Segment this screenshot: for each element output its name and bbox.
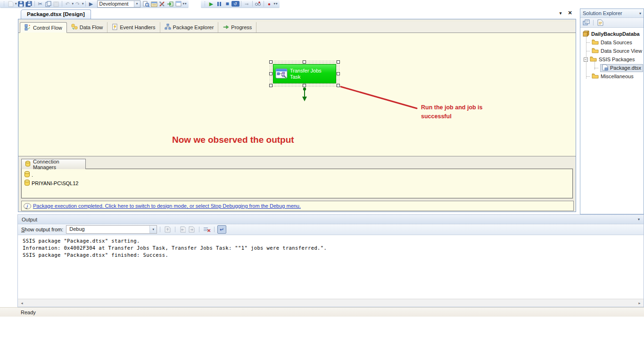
connection-managers-tab[interactable]: Connection Managers — [21, 159, 86, 169]
tree-item-ssis-packages[interactable]: − SSIS Packages — [580, 55, 644, 64]
stop-debugging-icon[interactable]: ■ — [223, 0, 231, 8]
precedence-constraint-arrow[interactable] — [301, 87, 308, 102]
show-next-statement-icon[interactable]: ➟ — [243, 0, 251, 8]
dtsx-file-icon — [602, 64, 608, 72]
panel-menu-dropdown-icon[interactable]: ▾ — [639, 11, 641, 16]
tab-control-flow[interactable]: Control Flow — [20, 22, 67, 33]
pause-icon[interactable] — [215, 0, 223, 8]
panel-menu-dropdown-icon[interactable]: ▾ — [638, 217, 640, 221]
new-item-icon[interactable] — [7, 0, 15, 8]
resize-handle[interactable] — [269, 84, 272, 87]
output-log[interactable]: SSIS package "Package.dtsx" starting. In… — [18, 235, 644, 299]
debug-toolbar: ▶ ■ ↺ ➟ ● ▾ ▾ — [201, 0, 280, 8]
tab-progress[interactable]: Progress — [218, 22, 256, 33]
debug-info-bar: i Package execution completed. Click her… — [21, 201, 574, 211]
tab-event-handlers[interactable]: Event Handlers — [107, 22, 160, 33]
scroll-left-icon[interactable]: ◄ — [18, 299, 26, 307]
resize-handle[interactable] — [337, 60, 340, 64]
redo-dropdown-icon[interactable]: ▾ — [82, 2, 84, 6]
find-message-icon[interactable] — [163, 225, 172, 234]
watch-icon[interactable] — [254, 0, 262, 8]
tree-item-data-sources[interactable]: Data Sources — [580, 38, 644, 47]
resize-handle[interactable] — [303, 84, 306, 87]
next-message-icon[interactable] — [187, 225, 196, 234]
toolbar-separator — [264, 1, 264, 7]
tree-guide-line — [586, 34, 586, 79]
output-title: Output — [22, 217, 37, 222]
transfer-jobs-task[interactable]: Transfer Jobs Task — [273, 64, 336, 83]
continue-icon[interactable]: ▶ — [207, 0, 215, 8]
output-header[interactable]: Output ▾ — [18, 215, 644, 224]
toolbar-separator — [199, 227, 199, 232]
breakpoints-dropdown-icon[interactable]: ▾ — [274, 2, 276, 6]
connection-name: . — [32, 172, 33, 178]
resize-handle[interactable] — [337, 72, 340, 75]
folder-icon — [592, 48, 599, 54]
toolbar-overflow-icon[interactable]: ▾ — [276, 2, 278, 6]
toggle-word-wrap-icon[interactable]: ↵ — [217, 225, 226, 234]
scroll-right-icon[interactable]: ► — [636, 299, 644, 307]
breakpoints-icon[interactable]: ● — [265, 0, 273, 8]
tab-label: Progress — [231, 24, 252, 30]
tab-label: Data Flow — [80, 24, 103, 30]
active-files-dropdown-icon[interactable]: ▾ — [557, 11, 564, 16]
copy-icon[interactable] — [44, 0, 52, 8]
tree-item-project[interactable]: DailyBackupDataba — [580, 30, 644, 38]
paste-icon[interactable] — [52, 0, 60, 8]
undo-icon[interactable]: ↶ — [64, 0, 72, 8]
start-without-debugging-icon[interactable] — [166, 0, 174, 8]
properties-window-icon[interactable] — [150, 0, 158, 8]
output-line: SSIS package "Package.dtsx" starting. — [23, 237, 644, 245]
resize-handle[interactable] — [303, 60, 306, 64]
resize-handle[interactable] — [269, 72, 272, 75]
transfer-jobs-task-icon — [275, 68, 288, 80]
connection-manager-item[interactable]: PRIYANI-PC\SQL12 — [24, 179, 570, 188]
save-icon[interactable] — [17, 0, 25, 8]
properties-icon[interactable] — [582, 19, 590, 26]
toolbar-separator — [252, 1, 253, 7]
output-source-combobox[interactable]: Debug ▾ — [66, 225, 157, 234]
document-tab[interactable]: Package.dtsx [Design] — [21, 9, 91, 19]
redo-icon[interactable]: ↷ — [74, 0, 82, 8]
resize-handle[interactable] — [269, 60, 272, 64]
toolbar-grip[interactable] — [3, 1, 5, 7]
toolbar-separator — [160, 227, 160, 232]
clear-all-icon[interactable]: ✕ — [202, 225, 211, 234]
connection-manager-item[interactable]: . — [24, 171, 570, 179]
add-window-dropdown-icon[interactable]: ▾ — [183, 2, 185, 6]
configuration-dropdown-icon[interactable]: ▾ — [134, 1, 140, 7]
close-document-icon[interactable]: ✕ — [567, 10, 573, 16]
tree-item-data-source-views[interactable]: Data Source View — [580, 47, 644, 55]
output-panel: Output ▾ Show output from: Debug ▾ — [17, 214, 644, 307]
tab-package-explorer[interactable]: Package Explorer — [160, 22, 219, 33]
horizontal-scrollbar[interactable]: ◄ ► — [18, 299, 644, 307]
cut-icon[interactable]: ✂ — [36, 0, 44, 8]
show-all-files-icon[interactable] — [596, 19, 604, 26]
start-debugging-icon[interactable]: ▶ — [87, 0, 95, 8]
tab-data-flow[interactable]: Data Flow — [67, 22, 108, 33]
tree-item-miscellaneous[interactable]: Miscellaneous — [580, 72, 644, 81]
toolbar-separator — [62, 1, 62, 7]
folder-icon — [592, 73, 599, 80]
save-all-icon[interactable] — [25, 0, 33, 8]
task-selection-marquee[interactable]: Transfer Jobs Task — [269, 60, 340, 87]
stop-debugging-link[interactable]: Package execution completed. Click here … — [33, 203, 301, 209]
connection-managers-panel[interactable]: . PRIYANI-PC\SQL12 — [21, 169, 573, 198]
toolbox-icon[interactable] — [158, 0, 166, 8]
solution-explorer-toolbar — [580, 18, 644, 28]
output-line: Information: 0x4002F304 at Transfer Jobs… — [23, 245, 644, 252]
solution-tree: DailyBackupDataba Data Sources Data Sour… — [580, 28, 644, 81]
output-source-dropdown-icon[interactable]: ▾ — [149, 226, 157, 233]
find-icon[interactable] — [142, 0, 150, 8]
resize-handle[interactable] — [337, 84, 340, 87]
toolbar-overflow-icon[interactable]: ▾ — [185, 2, 187, 6]
toolbar-grip[interactable] — [204, 1, 206, 7]
restart-icon[interactable]: ↺ — [231, 1, 239, 7]
solution-explorer-header[interactable]: Solution Explorer ▾ — [580, 9, 644, 18]
configuration-combobox[interactable]: Development ▾ — [97, 0, 140, 8]
document-well-controls: ▾ ✕ — [557, 10, 573, 16]
add-window-icon[interactable] — [174, 0, 182, 8]
control-flow-canvas[interactable]: Transfer Jobs Task Run the job — [18, 33, 576, 156]
tree-item-package-dtsx[interactable]: Package.dtsx — [580, 64, 644, 72]
previous-message-icon[interactable] — [178, 225, 187, 234]
